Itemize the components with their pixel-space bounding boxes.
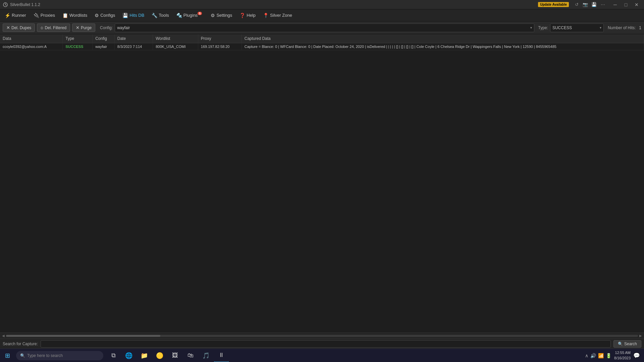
menu-tools-label: Tools [159, 13, 169, 18]
taskbar-app-edge[interactable]: 🌐 [121, 349, 136, 362]
store-icon: 🛍 [187, 352, 194, 359]
maximize-button[interactable]: □ [621, 1, 631, 8]
hits-label: Number of Hits: [608, 25, 636, 30]
menu-bar: ⚡ Runner 🔌 Proxies 📋 Wordlists ⚙ Configs… [0, 9, 644, 21]
cell-type: SUCCESS [63, 43, 93, 50]
scroll-right-arrow[interactable]: ▶ [638, 334, 643, 338]
taskbar-search-box[interactable]: 🔍 Type here to search [16, 351, 103, 360]
taskbar-clock[interactable]: 12:55 AM 8/16/2023 [614, 350, 631, 361]
battery-icon[interactable]: 🔋 [606, 353, 611, 358]
menu-proxies-label: Proxies [41, 13, 55, 18]
cell-wordlist: 800K_USA_COMI [153, 43, 198, 50]
table-wrapper: Data Type Config Date Wordlist Proxy Cap… [0, 34, 644, 333]
search-button[interactable]: 🔍 Search [613, 340, 641, 348]
silver-zone-icon: 📍 [263, 13, 269, 18]
help-icon: ❓ [239, 13, 245, 18]
search-label: Search for Capture: [3, 342, 38, 346]
menu-plugins-label: Plugins [183, 13, 198, 18]
menu-hits-db[interactable]: 💾 Hits DB [119, 11, 148, 19]
hits-db-icon: 💾 [122, 13, 128, 18]
notifications-icon[interactable]: 💬 [633, 352, 640, 359]
taskbar-app-explorer[interactable]: 📁 [137, 349, 152, 362]
taskbar-search-icon: 🔍 [20, 353, 25, 358]
clock-date: 8/16/2023 [614, 356, 631, 361]
cell-config: wayfair [93, 43, 115, 50]
menu-help-label: Help [247, 13, 256, 18]
del-dupes-icon: ✕ [6, 25, 10, 30]
type-label: Type: [538, 25, 548, 30]
cell-data: ccoyle0392@yahoo.com:A [0, 43, 63, 50]
save-icon[interactable]: 💾 [590, 1, 598, 8]
purge-button[interactable]: ✕ Purge [72, 23, 95, 32]
menu-runner[interactable]: ⚡ Runner [1, 11, 30, 19]
cell-proxy: 169.197.82:58:20 [198, 43, 241, 50]
col-wordlist: Wordlist [153, 34, 198, 43]
scroll-track[interactable] [6, 335, 638, 337]
runner-icon: ⚡ [5, 13, 10, 18]
toolbar: ✕ Del. Dupes ⌽ Del. Filtered ✕ Purge Con… [0, 21, 644, 34]
close-button[interactable]: ✕ [632, 1, 641, 8]
chrome-icon: 🟡 [156, 352, 163, 359]
menu-proxies[interactable]: 🔌 Proxies [30, 11, 58, 19]
extra-icon[interactable]: ⋯ [599, 1, 606, 8]
configs-icon: ⚙ [95, 13, 99, 18]
menu-wordlists-label: Wordlists [69, 13, 87, 18]
purge-icon: ✕ [76, 25, 79, 30]
windows-logo-icon: ⊞ [5, 352, 10, 359]
table-header-row: Data Type Config Date Wordlist Proxy Cap… [0, 34, 644, 43]
windows-start-button[interactable]: ⊞ [0, 349, 15, 362]
search-bar: Search for Capture: 🔍 Search [0, 339, 644, 349]
type-dropdown-arrow[interactable]: ▾ [600, 26, 601, 29]
menu-wordlists[interactable]: 📋 Wordlists [59, 11, 91, 19]
config-input[interactable] [117, 25, 530, 30]
tray-chevron-icon[interactable]: ∧ [585, 353, 588, 358]
title-bar-extra: ↺ 📷 💾 ⋯ [573, 1, 606, 8]
del-filtered-button[interactable]: ⌽ Del. Filtered [37, 23, 70, 32]
title-bar-title: SilverBullet 1.1.2 [10, 2, 40, 7]
col-data: Data [0, 34, 63, 43]
type-value: SUCCESS [552, 25, 600, 30]
menu-plugins[interactable]: 🔩 Plugins 5 [173, 11, 207, 19]
type-select-wrap: SUCCESS ▾ [550, 23, 604, 32]
horizontal-scrollbar[interactable]: ◀ ▶ [0, 333, 644, 339]
volume-icon[interactable]: 📶 [598, 353, 604, 358]
clock-time: 12:55 AM [614, 350, 631, 355]
restore-icon[interactable]: ↺ [573, 1, 580, 8]
taskbar-app-media[interactable]: 🎵 [199, 349, 213, 362]
taskbar-app-photos[interactable]: 🖼 [168, 349, 182, 362]
col-date: Date [114, 34, 153, 43]
hits-count: 1 [639, 25, 641, 30]
menu-configs[interactable]: ⚙ Configs [91, 11, 118, 19]
taskbar: ⊞ 🔍 Type here to search ⧉ 🌐 📁 🟡 🖼 🛍 🎵 ⏸ [0, 349, 644, 362]
menu-settings[interactable]: ⚙ Settings [207, 11, 235, 19]
taskbar-app-silverbullet[interactable]: ⏸ [214, 349, 229, 362]
table-body: ccoyle0392@yahoo.com:A SUCCESS wayfair 8… [0, 43, 644, 50]
update-badge[interactable]: Update Available [538, 2, 569, 7]
minimize-button[interactable]: ─ [610, 1, 620, 8]
taskbar-app-task-view[interactable]: ⧉ [106, 349, 121, 362]
svg-line-2 [5, 5, 6, 5]
network-icon[interactable]: 🔊 [590, 353, 596, 358]
taskbar-app-store[interactable]: 🛍 [183, 349, 198, 362]
del-dupes-button[interactable]: ✕ Del. Dupes [3, 23, 35, 32]
config-dropdown-arrow[interactable]: ▾ [530, 26, 532, 29]
wordlists-icon: 📋 [62, 13, 68, 18]
screenshot-icon[interactable]: 📷 [582, 1, 589, 8]
config-input-wrap: ▾ [115, 23, 534, 32]
col-proxy: Proxy [198, 34, 241, 43]
taskbar-app-chrome[interactable]: 🟡 [152, 349, 167, 362]
menu-tools[interactable]: 🔧 Tools [148, 11, 172, 19]
media-icon: 🎵 [202, 352, 210, 359]
explorer-icon: 📁 [141, 352, 148, 359]
menu-silver-zone-label: Silver Zone [270, 13, 292, 18]
menu-silver-zone[interactable]: 📍 Silver Zone [260, 11, 296, 19]
plugins-badge: 5 [198, 12, 202, 15]
table-row[interactable]: ccoyle0392@yahoo.com:A SUCCESS wayfair 8… [0, 43, 644, 50]
task-view-icon: ⧉ [111, 352, 116, 359]
scroll-thumb[interactable] [6, 335, 160, 337]
scroll-left-arrow[interactable]: ◀ [1, 334, 6, 338]
menu-help[interactable]: ❓ Help [236, 11, 259, 19]
photos-icon: 🖼 [172, 352, 178, 359]
search-input[interactable] [41, 340, 611, 348]
cell-date: 8/3/2023 7:114 [114, 43, 153, 50]
